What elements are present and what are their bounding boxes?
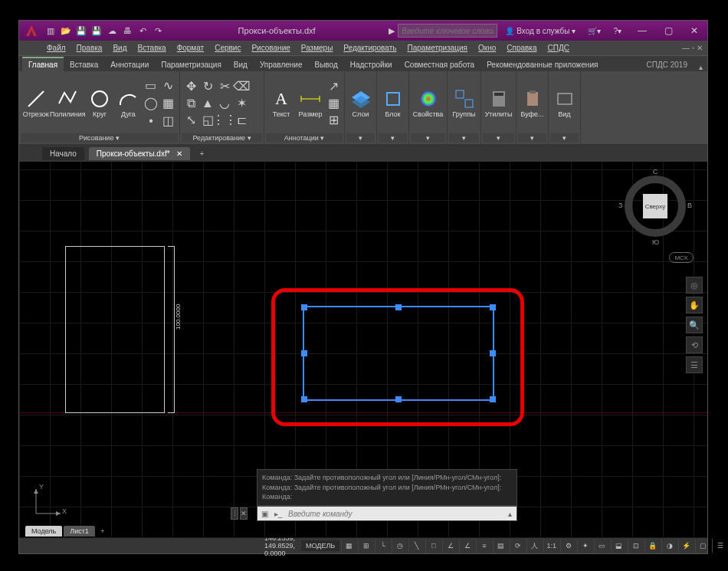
selected-rectangle[interactable] [303,306,494,401]
sb-workspace-icon[interactable]: ✦ [577,539,592,553]
viewcube-w[interactable]: З [618,202,622,209]
sb-units-icon[interactable]: ⬓ [611,539,626,553]
stretch-icon[interactable]: ⤡ [183,113,198,128]
viewcube-e[interactable]: В [687,202,692,209]
grip-br[interactable] [490,396,496,402]
tab-layout1[interactable]: Лист1 [64,526,95,537]
leader-icon[interactable]: ↗ [326,79,341,94]
cmd-recent-icon[interactable]: ▴ [503,510,516,518]
menu-dim[interactable]: Размеры [297,42,338,54]
tab-home[interactable]: Главная [22,57,64,71]
panel-layers-drop[interactable]: ▾ [346,133,375,143]
sb-lwt-icon[interactable]: ≡ [476,539,491,553]
menu-draw[interactable]: Рисование [247,42,294,54]
fillet-icon[interactable]: ◡ [217,96,232,111]
grip-tm[interactable] [395,304,402,310]
tab-manage[interactable]: Управление [254,58,309,71]
sb-hwaccel-icon[interactable]: ⚡ [678,539,694,553]
help-icon[interactable]: ?▾ [608,24,626,38]
qat-cloud-icon[interactable]: ☁ [105,24,119,38]
menu-tools[interactable]: Сервис [210,42,245,54]
panel-view-drop[interactable]: ▾ [550,133,579,143]
hatch-icon[interactable]: ▦ [161,96,176,111]
sb-polar-icon[interactable]: ◷ [392,539,407,553]
point-icon[interactable]: • [143,113,159,129]
menu-format[interactable]: Формат [172,42,209,54]
ellipse-icon[interactable]: ◯ [143,96,159,111]
nav-orbit-icon[interactable]: ⟲ [686,336,703,353]
drawing-canvas[interactable]: 100.0000 X Y Сверху С Ю З В МСК ◎ [19,162,707,538]
status-model[interactable]: МОДЕЛЬ [301,540,339,551]
grip-tl[interactable] [301,304,307,310]
tab-annotate[interactable]: Аннотации [104,58,155,71]
sb-custom-icon[interactable]: ☰ [712,539,727,553]
qat-open-icon[interactable]: 📂 [59,24,73,38]
view-button[interactable]: Вид [552,87,577,120]
app-logo[interactable] [22,21,41,40]
signin-button[interactable]: 👤Вход в службы▾ [500,24,580,38]
file-tab-close-icon[interactable]: ✕ [176,149,182,158]
qat-new-icon[interactable]: ▥ [44,24,57,38]
maximize-button[interactable]: ▢ [655,21,681,41]
panel-groups-drop[interactable]: ▾ [449,133,479,143]
sb-osnap-icon[interactable]: □ [425,539,441,553]
panel-util-drop[interactable]: ▾ [483,133,514,143]
panel-annot-title[interactable]: Аннотации ▾ [266,133,343,143]
arc-button[interactable]: Дуга [115,87,142,120]
exchange-icon[interactable]: 🛒▾ [583,24,605,38]
sb-isolate-icon[interactable]: ◑ [661,539,677,553]
viewcube-s[interactable]: Ю [652,238,659,246]
cmd-prompt-icon[interactable]: ▣ [257,510,271,518]
viewcube[interactable]: Сверху С Ю З В [617,168,694,244]
sb-iso-icon[interactable]: ╲ [408,539,424,553]
circle-button[interactable]: Круг [86,87,113,120]
move-icon[interactable]: ✥ [183,79,198,94]
tab-addins[interactable]: Надстройки [344,58,398,71]
menu-window[interactable]: Окно [474,42,500,54]
explode-icon[interactable]: ✶ [234,96,249,111]
sb-ortho-icon[interactable]: └ [375,539,390,553]
menu-help[interactable]: Справка [502,42,541,54]
grip-bm[interactable] [395,396,402,402]
grip-bl[interactable] [301,396,307,402]
qat-plot-icon[interactable]: 🖶 [120,24,134,38]
clipboard-button[interactable]: Буфе... [520,87,545,120]
cmd-handles[interactable]: ⋮ ✕ [231,506,254,521]
nav-wheel-icon[interactable]: ◎ [686,277,703,294]
sb-gear-icon[interactable]: ⚙ [560,539,576,553]
command-input[interactable] [285,510,503,518]
util-button[interactable]: Утилиты [484,87,513,120]
viewcube-n[interactable]: С [653,168,658,176]
grip-ml[interactable] [301,350,307,356]
trim-icon[interactable]: ✂ [217,79,232,94]
tab-collab[interactable]: Совместная работа [398,58,481,71]
copy-icon[interactable]: ⧉ [183,96,198,111]
minimize-button[interactable]: — [629,21,655,41]
qat-save-icon[interactable]: 💾 [74,24,88,38]
nav-zoom-icon[interactable]: 🔍 [686,317,703,333]
tab-model[interactable]: Модель [25,526,62,537]
cmd-close-icon[interactable]: ✕ [240,507,248,520]
offset-icon[interactable]: ⊏ [234,113,249,128]
menu-edit[interactable]: Правка [72,42,107,54]
sb-grid-icon[interactable]: ▦ [341,539,356,553]
panel-block-drop[interactable]: ▾ [379,133,407,143]
panel-draw-title[interactable]: Рисование ▾ [21,133,178,143]
existing-rectangle[interactable] [65,246,165,413]
mtext-icon[interactable]: ⊞ [326,113,341,128]
groups-button[interactable]: Группы [451,87,477,120]
sb-annoscale-icon[interactable]: 人 [526,539,542,553]
panel-modify-title[interactable]: Редактирование ▾ [182,133,262,143]
ribbon-collapse-icon[interactable]: ▴ [694,63,707,71]
cmd-grip-icon[interactable]: ⋮ [231,507,238,520]
file-tab-active[interactable]: Прокси-объекты.dxf* ✕ [89,147,191,160]
rotate-icon[interactable]: ↻ [200,79,215,94]
spline-icon[interactable]: ∿ [161,78,176,94]
menu-spds[interactable]: СПДС [543,42,574,54]
panel-clip-drop[interactable]: ▾ [518,133,546,143]
sb-transparency-icon[interactable]: ▤ [493,539,508,553]
sb-monitor-icon[interactable]: ▭ [594,539,609,553]
layout-add[interactable]: + [97,526,109,537]
tab-output[interactable]: Вывод [309,58,344,71]
erase-icon[interactable]: ⌫ [234,79,249,94]
